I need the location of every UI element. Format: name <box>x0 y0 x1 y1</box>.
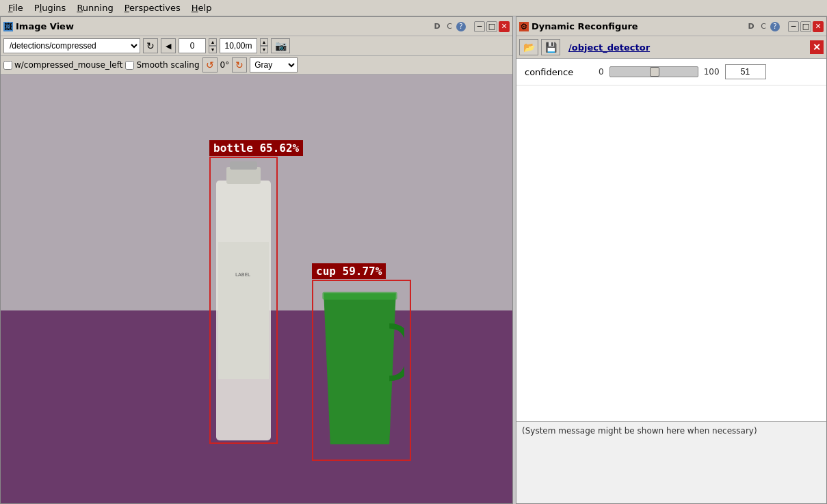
open-button[interactable]: 📂 <box>519 39 538 55</box>
svg-rect-2 <box>218 242 269 379</box>
svg-rect-4 <box>230 161 257 170</box>
time-spinner-down[interactable]: ▼ <box>260 46 268 53</box>
reconfig-panel-icon: ⚙ <box>519 22 529 31</box>
mouse-checkbox[interactable] <box>3 61 12 70</box>
reconfig-detach-icon[interactable]: D <box>746 21 757 32</box>
confidence-param-row: confidence 0 100 <box>516 59 826 85</box>
remove-node-button[interactable]: ✕ <box>810 40 824 54</box>
reconfig-close-icon[interactable]: ✕ <box>813 21 824 32</box>
scene-background: bottle 65.62% cup 59.77% LABEL <box>1 75 512 503</box>
menu-plugins[interactable]: Plugins <box>29 1 72 14</box>
menu-help[interactable]: Help <box>186 1 218 14</box>
mouse-checkbox-label: w/compressed_mouse_left <box>14 60 122 70</box>
refresh-button[interactable]: ↻ <box>143 38 158 53</box>
system-message-text: (System message might be shown here when… <box>522 426 757 436</box>
reconfig-help-icon[interactable]: ? <box>770 22 780 31</box>
time-input[interactable] <box>220 38 257 53</box>
cup-svg <box>315 287 404 451</box>
confidence-min: 0 <box>599 67 604 77</box>
rotate-cw-button[interactable]: ↻ <box>232 57 247 72</box>
time-spinner-up[interactable]: ▲ <box>260 38 268 46</box>
detach-icon[interactable]: D <box>432 21 443 32</box>
rotation-angle: 0° <box>220 60 230 70</box>
bottle-svg: LABEL <box>213 160 274 444</box>
reconfigure-panel: ⚙ Dynamic Reconfigure D C ? ─ □ ✕ 📂 💾 /o… <box>516 16 827 504</box>
smooth-checkbox-label: Smooth scaling <box>136 60 199 70</box>
minimize-icon[interactable]: ─ <box>474 21 485 32</box>
image-view-toolbar2: w/compressed_mouse_left Smooth scaling ↺… <box>1 56 512 75</box>
system-message-area: (System message might be shown here when… <box>516 421 826 503</box>
node-label: /object_detector <box>568 42 650 53</box>
close-icon[interactable]: ✕ <box>499 21 510 32</box>
save-button[interactable]: 💾 <box>541 39 560 55</box>
svg-rect-5 <box>322 292 397 300</box>
svg-text:LABEL: LABEL <box>235 272 250 278</box>
titlebar-controls: D C ? ─ □ ✕ <box>432 21 510 32</box>
frame-spinner: ▲ ▼ <box>209 38 217 53</box>
image-view-title: Image View <box>16 21 432 31</box>
menu-running[interactable]: Running <box>71 1 118 14</box>
image-area: bottle 65.62% cup 59.77% LABEL <box>1 75 512 503</box>
menubar: File Plugins Running Perspectives Help <box>0 0 827 16</box>
reconfig-toolbar: 📂 💾 /object_detector ✕ <box>516 36 826 59</box>
help-icon[interactable]: ? <box>456 22 466 31</box>
reconfig-minimize-icon[interactable]: ─ <box>788 21 799 32</box>
smooth-checkbox-wrapper: Smooth scaling <box>125 60 199 70</box>
reconfig-config-icon[interactable]: C <box>758 21 769 32</box>
image-view-toolbar: /detections/compressed ↻ ◀ ▲ ▼ ▲ ▼ 📷 <box>1 36 512 56</box>
spinner-down[interactable]: ▼ <box>209 46 217 53</box>
image-view-titlebar: 🖼 Image View D C ? ─ □ ✕ <box>1 17 512 36</box>
frame-input[interactable] <box>179 38 206 53</box>
color-select[interactable]: Gray <box>250 57 298 72</box>
confidence-slider[interactable] <box>609 66 698 77</box>
main-layout: 🖼 Image View D C ? ─ □ ✕ /detections/com… <box>0 16 827 504</box>
prev-button[interactable]: ◀ <box>161 38 176 53</box>
reconfigure-title: Dynamic Reconfigure <box>531 21 746 31</box>
bottle-detection-label: bottle 65.62% <box>209 140 303 156</box>
reconfig-content: confidence 0 100 <box>516 59 826 421</box>
rotate-ccw-button[interactable]: ↺ <box>202 57 218 72</box>
reconfig-titlebar-controls: D C ? ─ □ ✕ <box>746 21 824 32</box>
config-icon[interactable]: C <box>444 21 455 32</box>
image-view-icon: 🖼 <box>3 22 13 31</box>
time-spinner: ▲ ▼ <box>260 38 268 53</box>
image-view-panel: 🖼 Image View D C ? ─ □ ✕ /detections/com… <box>0 16 513 504</box>
topic-select[interactable]: /detections/compressed <box>3 38 140 53</box>
confidence-value[interactable] <box>725 64 766 79</box>
smooth-checkbox[interactable] <box>125 61 134 70</box>
confidence-max: 100 <box>704 67 720 77</box>
cup-detection-label: cup 59.77% <box>312 263 386 279</box>
mouse-checkbox-wrapper: w/compressed_mouse_left <box>3 60 122 70</box>
menu-file[interactable]: File <box>3 1 29 14</box>
maximize-icon[interactable]: □ <box>486 21 497 32</box>
screenshot-button[interactable]: 📷 <box>271 38 290 53</box>
spinner-up[interactable]: ▲ <box>209 38 217 46</box>
confidence-label: confidence <box>525 67 593 77</box>
reconfigure-titlebar: ⚙ Dynamic Reconfigure D C ? ─ □ ✕ <box>516 17 826 36</box>
reconfig-maximize-icon[interactable]: □ <box>800 21 811 32</box>
menu-perspectives[interactable]: Perspectives <box>119 1 186 14</box>
